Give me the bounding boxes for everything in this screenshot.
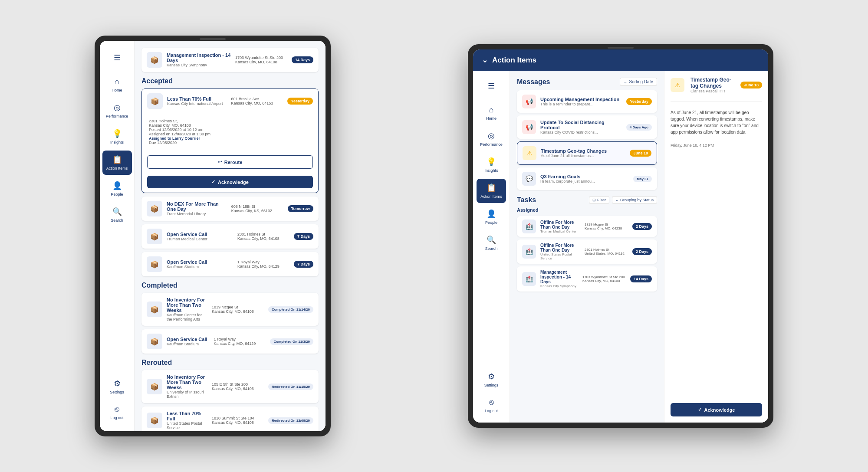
right-sidebar-people[interactable]: 👤 People bbox=[477, 205, 506, 229]
right-sidebar-logout[interactable]: ⎋ Log out bbox=[477, 393, 506, 417]
right-sidebar-search[interactable]: 🔍 Search bbox=[477, 231, 506, 255]
right-sidebar-insights[interactable]: 💡 Insights bbox=[477, 153, 506, 177]
expanded-card-title: Less Than 70% Full bbox=[167, 96, 227, 102]
expanded-task-card[interactable]: 📦 Less Than 70% Full Kansas City Interna… bbox=[141, 88, 319, 193]
sort-label: Sorting Date bbox=[629, 79, 653, 84]
task1-addr-block: 1819 Mcgee St Kansas City, MO, 64238 bbox=[585, 223, 628, 230]
right-menu-icon[interactable]: ☰ bbox=[483, 76, 500, 96]
right-header: ⌄ Action Items bbox=[473, 49, 768, 71]
right-body: ☰ ⌂ Home ◎ Performance 💡 Insights 📋 bbox=[473, 71, 768, 423]
completed-card-1[interactable]: 📦 No Inventory For More Than Two Weeks K… bbox=[141, 293, 319, 326]
task2-icon: 🏥 bbox=[522, 245, 536, 259]
left-main-content: 📦 Management Inspection - 14 Days Kansas… bbox=[135, 41, 326, 431]
left-sidebar: ☰ ⌂ Home ◎ Performance 💡 Insights 📋 Acti… bbox=[100, 41, 135, 431]
task1-title: Offline For More Than One Day bbox=[540, 220, 580, 229]
task-row-3[interactable]: 🏥 Management Inspection - 14 Days Kansas… bbox=[517, 266, 657, 292]
top-card-subtitle: Kansas City Symphony bbox=[167, 63, 231, 67]
msg2-sub: Kansas City COVID restrictions... bbox=[540, 130, 622, 134]
accepted-card-2[interactable]: 📦 Open Service Call Truman Medical Cente… bbox=[141, 224, 319, 249]
msg1-icon: 📢 bbox=[522, 95, 536, 108]
r-settings-icon: ⚙ bbox=[488, 372, 495, 381]
msg1-title: Upcoming Management Inspection bbox=[540, 97, 622, 102]
right-sidebar-home[interactable]: ⌂ Home bbox=[477, 101, 506, 125]
home-icon: ⌂ bbox=[115, 77, 119, 86]
msg3-sub: As of June 21 all timestamps... bbox=[541, 154, 625, 158]
msg4-icon: 💬 bbox=[522, 172, 536, 186]
acknowledge-label: Acknowledge bbox=[218, 180, 249, 185]
card1-icon: 📦 bbox=[147, 201, 162, 216]
acknowledge-right-check-icon: ✓ bbox=[698, 407, 702, 413]
reroute2-addr: 1810 Summit St Ste 104 Kansas City, MO, … bbox=[212, 416, 264, 425]
right-sidebar-performance[interactable]: ◎ Performance bbox=[477, 127, 506, 151]
message-card-4[interactable]: 💬 Q3 Earning Goals Hi team, corporate ju… bbox=[517, 167, 657, 190]
msg3-info: Timestamp Geo-tag Changes As of June 21 … bbox=[541, 148, 625, 158]
task3-title: Management Inspection - 14 Days bbox=[540, 270, 578, 284]
sidebar-item-logout[interactable]: ⎋ Log out bbox=[102, 400, 132, 424]
detail-assigned-on: Assigned on 12/03/2020 at 1:30 pm bbox=[149, 132, 311, 136]
card3-info: Open Service Call Kauffman Stadium bbox=[167, 259, 233, 269]
task-row-2[interactable]: 🏥 Offline For More Than One Day United S… bbox=[517, 239, 657, 264]
completed-section-title: Completed bbox=[141, 282, 319, 289]
sidebar-item-people[interactable]: 👤 People bbox=[102, 177, 132, 201]
sidebar-item-performance[interactable]: ◎ Performance bbox=[102, 98, 132, 123]
card1-title: No DEX For More Than One Day bbox=[167, 201, 227, 212]
msg2-info: Update To Social Distancing Protocol Kan… bbox=[540, 120, 622, 134]
filter-button[interactable]: ⊞ Filter bbox=[589, 196, 609, 204]
message-card-2[interactable]: 📢 Update To Social Distancing Protocol K… bbox=[517, 115, 657, 139]
completed-card-2[interactable]: 📦 Open Service Call Kauffman Stadium 1 R… bbox=[141, 329, 319, 354]
task1-city: Kansas City, MO, 64238 bbox=[585, 226, 628, 230]
r-people-label: People bbox=[485, 220, 497, 225]
r-performance-label: Performance bbox=[480, 142, 503, 147]
message-card-3[interactable]: ⚠ Timestamp Geo-tag Changes As of June 2… bbox=[517, 141, 657, 165]
detail-addr2: Kansas City, MO, 64108 bbox=[149, 123, 311, 128]
msg3-icon: ⚠ bbox=[523, 146, 536, 160]
reroute1-icon: 📦 bbox=[147, 379, 162, 394]
top-card-info: Management Inspection - 14 Days Kansas C… bbox=[167, 52, 231, 67]
top-task-card[interactable]: 📦 Management Inspection - 14 Days Kansas… bbox=[141, 48, 319, 72]
task1-subtitle: Truman Medical Center bbox=[540, 229, 580, 233]
grouping-label: Grouping by Status bbox=[620, 198, 654, 202]
detail-due: Due 12/05/2020 bbox=[149, 141, 311, 145]
task2-badge: 2 Days bbox=[632, 248, 652, 255]
sidebar-item-insights[interactable]: 💡 Insights bbox=[102, 125, 132, 149]
sidebar-item-search[interactable]: 🔍 Search bbox=[102, 203, 132, 227]
task2-address: 2301 Holmes St bbox=[585, 248, 628, 252]
reroute2-info: Less Than 70% Full United States Postal … bbox=[167, 411, 207, 430]
rerouted-card-1[interactable]: 📦 No Inventory For More Than Two Weeks U… bbox=[141, 370, 319, 403]
reroute2-badge: Redirected On 12/09/20 bbox=[268, 417, 313, 424]
right-sidebar-settings[interactable]: ⚙ Settings bbox=[477, 367, 506, 392]
acknowledge-button-right[interactable]: ✓ Acknowledge bbox=[671, 403, 762, 416]
msg2-title: Update To Social Distancing Protocol bbox=[540, 120, 622, 130]
reroute-button[interactable]: ↩ Reroute bbox=[147, 155, 313, 169]
comp2-title: Open Service Call bbox=[167, 337, 209, 342]
r-search-icon: 🔍 bbox=[487, 235, 496, 245]
expanded-card-details: 2301 Holmes St, Kansas City, MO, 64108 P… bbox=[147, 116, 313, 148]
card1-info: No DEX For More Than One Day Trant Memor… bbox=[167, 201, 227, 216]
acknowledge-check-icon: ✓ bbox=[211, 179, 215, 185]
sidebar-item-action-items[interactable]: 📋 Action Items bbox=[102, 151, 132, 175]
acknowledge-button-left[interactable]: ✓ Acknowledge bbox=[147, 176, 313, 188]
comp2-subtitle: Kauffman Stadium bbox=[167, 342, 209, 346]
message-card-1[interactable]: 📢 Upcoming Management Inspection This is… bbox=[517, 90, 657, 113]
task2-info: Offline For More Than One Day United Sta… bbox=[540, 243, 580, 260]
rerouted-card-2[interactable]: 📦 Less Than 70% Full United States Posta… bbox=[141, 406, 319, 431]
expanded-card-city: Kansas City, MO, 64153 bbox=[231, 101, 283, 105]
expanded-card-address: 601 Brasilia Ave bbox=[231, 97, 283, 101]
logout-icon: ⎋ bbox=[115, 405, 119, 414]
rerouted-section-title: Rerouted bbox=[141, 359, 319, 367]
accepted-card-1[interactable]: 📦 No DEX For More Than One Day Trant Mem… bbox=[141, 197, 319, 221]
expanded-card-subtitle: Kansas City International Airport bbox=[167, 102, 227, 106]
tasks-title: Tasks bbox=[517, 196, 536, 204]
sidebar-action-label: Action Items bbox=[106, 166, 128, 170]
left-menu-icon[interactable]: ☰ bbox=[108, 48, 126, 68]
sidebar-item-home[interactable]: ⌂ Home bbox=[102, 73, 132, 97]
right-sidebar-action-items[interactable]: 📋 Action Items bbox=[477, 179, 506, 203]
card1-subtitle: Trant Memorial Library bbox=[167, 212, 227, 216]
accepted-card-3[interactable]: 📦 Open Service Call Kauffman Stadium 1 R… bbox=[141, 252, 319, 276]
task-row-1[interactable]: 🏥 Offline For More Than One Day Truman M… bbox=[517, 216, 657, 237]
sidebar-item-settings[interactable]: ⚙ Settings bbox=[102, 374, 132, 399]
grouping-button[interactable]: ⌄ Grouping by Status bbox=[612, 196, 657, 204]
tasks-controls: ⊞ Filter ⌄ Grouping by Status bbox=[589, 196, 657, 204]
sort-button[interactable]: ⌄ Sorting Date bbox=[620, 78, 657, 86]
task2-city: United States, MO, 64192 bbox=[585, 252, 628, 256]
